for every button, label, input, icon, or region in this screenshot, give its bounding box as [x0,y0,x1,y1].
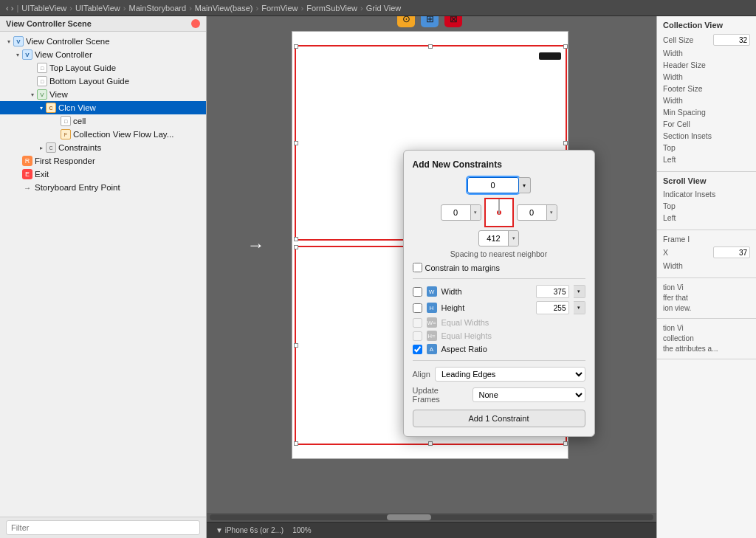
tree-item-cell[interactable]: □ cell [0,114,206,128]
top-spacing-dropdown[interactable]: ▾ [519,177,531,193]
frame-x-input[interactable] [713,246,750,258]
breadcrumb-item[interactable]: UITableView [21,4,66,13]
cell-size-input[interactable] [713,34,750,46]
toggle-icon[interactable]: ▾ [28,90,37,99]
footer-width-row: Width [663,96,750,105]
add-constraint-button[interactable]: Add 1 Constraint [413,410,585,427]
right-dropdown-btn[interactable]: ▾ [547,205,557,220]
equal-heights-checkbox[interactable] [413,331,422,341]
breadcrumb-item[interactable]: FormView [261,4,298,13]
for-cell-label: For Cell [663,120,690,128]
align-select[interactable]: Leading Edges Trailing Edges Top Edges B… [435,367,585,382]
tree-label: View [49,90,68,99]
entry-icon: → [22,182,32,193]
vc-icon-blue[interactable]: ⊞ [421,16,439,27]
tree-item-top-layout[interactable]: □ Top Layout Guide [0,61,206,75]
tree-item-flow-layout[interactable]: F Collection View Flow Lay... [0,128,206,141]
close-button[interactable] [191,19,200,28]
tree-item-bottom-layout[interactable]: □ Bottom Layout Guide [0,75,206,88]
resize-handle-tl[interactable] [294,44,298,49]
tree-item-view[interactable]: ▾ V View [0,88,206,101]
tree-item-first-responder[interactable]: R First Responder [0,154,206,168]
right-spacing-input[interactable] [518,205,547,220]
resize-handle-bl[interactable] [294,237,298,241]
bottom-bar: ▼ iPhone 6s (or 2...) 100% [207,522,656,538]
resize-handle-ml[interactable] [294,141,298,145]
left-spacing-input[interactable] [441,205,471,220]
resize-handle-tc[interactable] [428,44,433,49]
canvas-area: → ⊙ ⊞ ⊠ [207,16,656,513]
nav-bottom [0,517,206,538]
section-insets-label: Section Insets [663,131,712,140]
breadcrumb-item[interactable]: UITableView [75,4,120,13]
width-checkbox[interactable] [413,287,422,297]
breadcrumb-item[interactable]: MainView(base) [195,4,253,13]
constrain-margins-checkbox[interactable] [413,263,422,272]
tree-item-vc[interactable]: ▾ V View Controller [0,48,206,61]
width-value-input[interactable] [536,285,569,298]
equal-widths-icon: W= [427,317,437,328]
tree-item-exit[interactable]: E Exit [0,168,206,181]
vc-icon-red[interactable]: ⊠ [444,16,462,27]
constraint-top-row: ▾ [413,177,585,193]
status-bar [539,52,561,60]
flow-icon: F [61,129,71,139]
scroll-section-title: Scroll View [663,176,750,185]
frame-width-row: Width [663,261,750,270]
frame-x-value-row: X [663,246,750,258]
height-checkbox[interactable] [413,303,422,313]
bottom-dropdown-btn[interactable]: ▾ [509,231,518,246]
tree-label: Bottom Layout Guide [49,77,129,86]
tree-item-constraints[interactable]: ▸ C Constraints [0,141,206,154]
breadcrumb-item[interactable]: FormSubView [306,4,357,13]
cell-size-row: Cell Size [663,34,750,46]
constraints-icon: C [46,142,56,153]
vc-icon: V [22,49,32,60]
toggle-icon [13,170,22,179]
tree-item-entry-point[interactable]: → Storyboard Entry Point [0,181,206,194]
vc-icon-yellow[interactable]: ⊙ [397,16,415,27]
bottom-scrollbar[interactable] [207,513,656,522]
toggle-icon[interactable]: ▸ [37,143,46,152]
top-spacing-input[interactable] [467,177,519,193]
tree-item-clcn-view[interactable]: ▾ C Clcn View [0,101,206,114]
resize-handle-tl[interactable] [294,245,298,249]
resize-handle-mr[interactable] [563,141,568,145]
tree-item-vc-scene[interactable]: ▾ V View Controller Scene [0,35,206,48]
scroll-view-section: Scroll View Indicator Insets Top Left [657,172,756,230]
toggle-icon[interactable]: ▾ [37,103,46,112]
bottom-spacing-input[interactable] [479,231,509,246]
tion-vi-text: tion Vi ffer that ion view. [663,283,750,314]
height-value-input[interactable] [536,301,569,314]
canvas-content: → ⊙ ⊞ ⊠ [292,31,572,459]
collection-view-section: Collection View Cell Size Width Header S… [657,16,756,172]
update-frames-select[interactable]: None Items of New Constraints All Frames… [472,387,585,402]
constraint-center-box [484,198,514,227]
section-top-row: Top [663,143,750,152]
resize-handle-bl[interactable] [294,441,298,446]
x-label: X [663,248,668,257]
resize-handle-br[interactable] [563,441,568,446]
breadcrumb-nav[interactable]: ‹ › [6,4,13,13]
layout-icon: □ [37,76,47,86]
resize-handle-bc[interactable] [428,441,433,446]
aspect-ratio-icon: A [427,344,437,354]
scrollbar-thumb[interactable] [387,514,431,520]
left-dropdown-btn[interactable]: ▾ [471,205,481,220]
tree-label: First Responder [35,156,95,165]
resize-handle-tr[interactable] [563,44,568,49]
resize-handle-ml[interactable] [294,343,298,348]
equal-widths-checkbox[interactable] [413,318,422,328]
toggle-icon[interactable]: ▾ [4,37,13,46]
filter-input[interactable] [6,520,200,535]
exit-icon: E [22,169,32,179]
breadcrumb-item[interactable]: Grid View [366,4,401,13]
toggle-icon[interactable]: ▾ [13,50,22,59]
constraints-popup: Add New Constraints ▾ ▾ [403,150,595,437]
aspect-ratio-checkbox[interactable] [413,345,422,354]
device-label[interactable]: ▼ iPhone 6s (or 2...) [216,526,284,534]
breadcrumb-item[interactable]: MainStoryboard [129,4,187,13]
height-dropdown[interactable]: ▾ [574,301,585,314]
width-dropdown[interactable]: ▾ [574,285,585,298]
navigator-panel: View Controller Scene ▾ V View Controlle… [0,16,207,538]
